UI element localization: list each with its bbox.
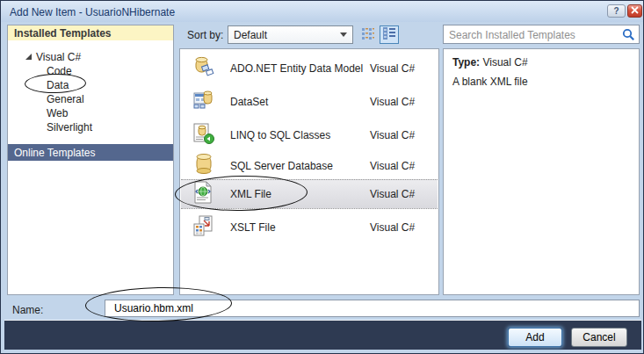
template-language: Visual C# — [370, 188, 415, 200]
dataset-icon — [192, 88, 216, 116]
help-icon: ? — [613, 6, 619, 16]
type-value: Visual C# — [482, 56, 527, 69]
xml-file-icon — [192, 180, 214, 208]
template-row-xml-file[interactable]: XML File Visual C# — [181, 179, 438, 209]
medium-icons-view-button[interactable] — [380, 25, 399, 44]
type-label: Type: — [452, 56, 480, 69]
footer-bar: Add Cancel — [4, 320, 641, 350]
name-input[interactable] — [105, 300, 640, 317]
installed-templates-header[interactable]: Installed Templates — [8, 25, 173, 40]
title-bar[interactable]: Add New Item - UsuarioNHibernate ? — [1, 1, 644, 22]
entity-data-model-icon — [192, 54, 216, 83]
small-icons-view-button[interactable] — [358, 25, 378, 44]
add-new-item-dialog: Add New Item - UsuarioNHibernate ? Insta… — [0, 0, 644, 354]
help-button[interactable]: ? — [607, 4, 626, 18]
template-name: ADO.NET Entity Data Model — [230, 62, 363, 75]
cancel-button[interactable]: Cancel — [571, 328, 627, 347]
close-button[interactable] — [627, 4, 642, 18]
tree-root-label: Visual C# — [36, 51, 81, 63]
search-icon[interactable] — [622, 28, 635, 45]
template-language: Visual C# — [370, 221, 415, 234]
sort-by-dropdown[interactable]: Default — [228, 25, 353, 44]
template-name: SQL Server Database — [230, 160, 333, 172]
sort-by-label: Sort by: — [187, 29, 223, 41]
expand-triangle-icon[interactable] — [25, 54, 32, 60]
chevron-down-icon — [340, 33, 347, 37]
template-row-dataset[interactable]: DataSet Visual C# — [181, 86, 438, 118]
template-description: A blank XML file — [452, 76, 528, 88]
template-row-linq-to-sql[interactable]: LINQ to SQL Classes Visual C# — [181, 119, 438, 151]
template-list: ADO.NET Entity Data Model Visual C# Data… — [179, 48, 439, 295]
window-title: Add New Item - UsuarioNHibernate — [10, 6, 175, 18]
templates-sidebar: Installed Templates Visual C# Code Data … — [7, 25, 174, 295]
tree-node-visual-csharp[interactable]: Visual C# — [25, 50, 81, 64]
template-language: Visual C# — [370, 160, 415, 172]
linq-to-sql-icon — [192, 121, 216, 149]
template-name: XSLT File — [230, 221, 276, 234]
close-icon — [631, 6, 639, 16]
search-input[interactable] — [449, 28, 616, 41]
sidebar-item-general[interactable]: General — [47, 92, 84, 106]
xslt-file-icon — [192, 213, 216, 242]
small-icons-view-icon — [362, 27, 374, 43]
template-language: Visual C# — [370, 129, 415, 141]
name-label: Name: — [12, 304, 43, 316]
search-box — [443, 25, 640, 44]
medium-icons-view-icon — [383, 27, 395, 43]
sidebar-item-data[interactable]: Data — [47, 78, 69, 92]
sidebar-item-web[interactable]: Web — [47, 106, 68, 120]
template-description-panel: Type: Visual C# /* spacing handled by bi… — [443, 48, 640, 295]
template-row-xslt-file[interactable]: XSLT File Visual C# — [181, 211, 438, 244]
sidebar-item-silverlight[interactable]: Silverlight — [47, 120, 92, 134]
template-name: LINQ to SQL Classes — [230, 129, 330, 141]
template-language: Visual C# — [370, 96, 415, 108]
sql-server-database-icon — [192, 152, 216, 180]
template-row-sql-server-database[interactable]: SQL Server Database Visual C# — [181, 152, 438, 180]
template-language: Visual C# — [370, 62, 415, 75]
template-row-entity-data-model[interactable]: ADO.NET Entity Data Model Visual C# — [181, 53, 438, 84]
sort-by-value: Default — [234, 29, 267, 41]
template-name: DataSet — [230, 96, 268, 108]
online-templates-header[interactable]: Online Templates — [8, 144, 173, 161]
sidebar-item-code[interactable]: Code — [47, 64, 72, 78]
template-name: XML File — [230, 188, 271, 200]
add-button[interactable]: Add — [508, 328, 562, 347]
